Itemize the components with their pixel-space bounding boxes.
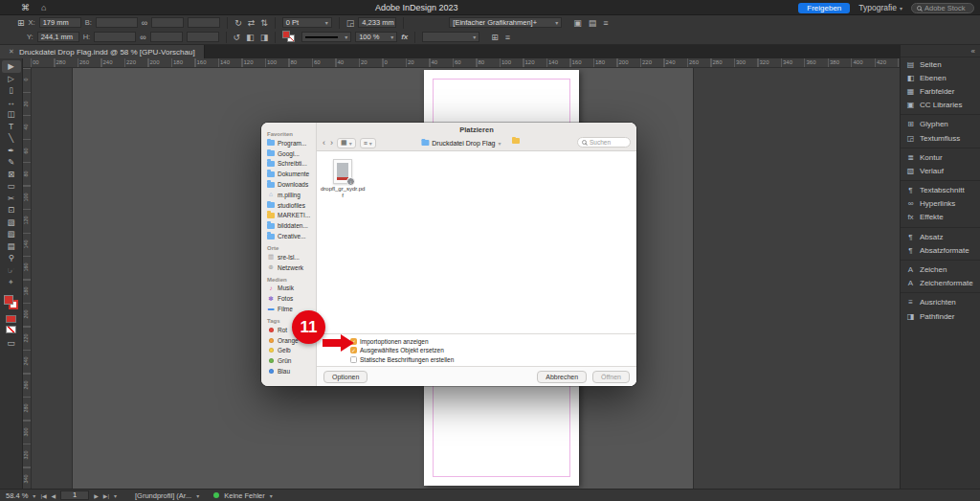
sidebar-item-gr-n[interactable]: Grün xyxy=(267,355,314,366)
fill-color-swatch[interactable] xyxy=(282,31,290,38)
constrain-proportions-icon[interactable]: ∞ xyxy=(140,33,145,42)
checkbox-icon[interactable] xyxy=(350,356,357,363)
sidebar-item-fotos[interactable]: ✽Fotos xyxy=(267,293,314,304)
sidebar-item-program[interactable]: Program... xyxy=(267,138,314,148)
sidebar-item-studiofiles[interactable]: studiofiles xyxy=(267,200,314,211)
next-page-button[interactable]: ▶ xyxy=(94,492,99,499)
type-tool[interactable]: T xyxy=(2,121,21,133)
option-statische-beschriftungen-erstellen[interactable]: Statische Beschriftungen erstellen xyxy=(350,355,631,363)
constrain-proportions-icon[interactable]: ∞ xyxy=(142,18,147,28)
selection-tool[interactable]: ▶ xyxy=(2,60,21,73)
page-number-input[interactable]: 1 xyxy=(60,490,89,500)
preflight-profile[interactable]: [Grundprofil] (Ar... xyxy=(135,491,191,500)
fill-stroke-widget[interactable] xyxy=(3,294,20,311)
preflight-dropdown-icon[interactable]: ▾ xyxy=(196,492,199,499)
control-icon[interactable]: ↺ xyxy=(234,33,241,42)
rotation-input[interactable] xyxy=(188,17,220,28)
panel-tab-textabschnitt[interactable]: ¶ Textabschnitt xyxy=(901,184,980,197)
control-icon[interactable]: ▣ xyxy=(573,18,582,28)
sidebar-item-blau[interactable]: Blau xyxy=(267,366,314,376)
panel-tab-absatzformate[interactable]: ¶ Absatzformate xyxy=(901,243,980,257)
fill-swatch[interactable] xyxy=(4,295,13,305)
zoom-tool[interactable]: ⌖ xyxy=(2,276,21,288)
sidebar-item-netzwerk[interactable]: ⊕Netzwerk xyxy=(267,262,314,273)
sidebar-item-downloads[interactable]: Downloads xyxy=(267,179,314,190)
applied-effect-dropdown[interactable]: ▾ xyxy=(422,32,479,42)
cancel-button[interactable]: Abbrechen xyxy=(537,371,587,383)
free-transform-tool[interactable]: ⊡ xyxy=(2,204,21,216)
note-tool[interactable]: ▤ xyxy=(2,240,21,253)
sidebar-item-gelb[interactable]: Gelb xyxy=(267,346,314,356)
corner-options-icon[interactable]: ◲ xyxy=(346,18,355,28)
panel-tab-hyperlinks[interactable]: ∞ Hyperlinks xyxy=(901,197,980,211)
width-input[interactable] xyxy=(96,17,138,28)
back-button[interactable]: ‹ xyxy=(323,139,325,148)
pen-tool[interactable]: ✒ xyxy=(2,145,21,157)
panel-tab-textumfluss[interactable]: ◲ Textumfluss xyxy=(901,131,980,145)
sidebar-item-googl[interactable]: Googl... xyxy=(267,148,314,159)
previous-page-button[interactable]: ◀ xyxy=(52,492,56,499)
panel-tab-farbfelder[interactable]: ▦ Farbfelder xyxy=(901,84,980,98)
pencil-tool[interactable]: ✎ xyxy=(2,156,21,169)
file-item[interactable]: ↓ dropfl_gr_sydr.pd f xyxy=(321,159,365,198)
content-collector-tool[interactable]: ◫ xyxy=(2,108,21,121)
scale-x-input[interactable] xyxy=(151,17,184,28)
panel-tab-kontur[interactable]: ≣ Kontur xyxy=(901,150,980,164)
sidebar-item-schreibti[interactable]: Schreibti... xyxy=(267,159,314,170)
panel-tab-verlauf[interactable]: ▧ Verlauf xyxy=(901,164,980,177)
rectangle-frame-tool[interactable]: ⊠ xyxy=(2,169,21,181)
panel-tab-zeichen[interactable]: A Zeichen xyxy=(901,262,980,276)
screen-mode-button[interactable]: ▭ xyxy=(7,338,15,348)
scissors-tool[interactable]: ✂ xyxy=(2,193,21,205)
forward-button[interactable]: › xyxy=(330,139,333,148)
page-dropdown-icon[interactable]: ▾ xyxy=(114,492,117,499)
panel-tab-pathfinder[interactable]: ◨ Pathfinder xyxy=(901,309,980,323)
control-icon[interactable]: ≡ xyxy=(603,18,608,28)
x-input[interactable]: 179 mm xyxy=(39,17,81,28)
stroke-weight-dropdown[interactable]: 0 Pt ▾ xyxy=(282,17,332,28)
control-icon[interactable]: ▤ xyxy=(589,18,597,28)
apple-menu-icon[interactable]: ⌘ xyxy=(21,3,30,12)
object-style-dropdown[interactable]: [Einfacher Grafikrahmen]+ ▾ xyxy=(449,17,562,28)
workspace-switcher[interactable]: Typografie ▾ xyxy=(858,3,902,12)
panel-tab-seiten[interactable]: ▤ Seiten xyxy=(901,57,980,71)
file-browser-area[interactable]: ↓ dropfl_gr_sydr.pd f xyxy=(317,151,636,333)
document-tab[interactable]: ✕ Druckdatei Drop Flag.indd @ 58 % [GPU-… xyxy=(0,45,205,58)
rectangle-tool[interactable]: ▭ xyxy=(2,180,21,193)
open-button[interactable]: Öffnen xyxy=(592,371,630,383)
panel-tab-ebenen[interactable]: ◧ Ebenen xyxy=(901,71,980,84)
panel-tab-cc-libraries[interactable]: ▣ CC Libraries xyxy=(901,99,980,112)
zoom-level[interactable]: 58.4 % xyxy=(6,491,28,500)
sidebar-item-bilddaten[interactable]: bilddaten... xyxy=(267,220,314,231)
eyedropper-tool[interactable]: ⚲ xyxy=(2,252,21,264)
view-mode-dropdown[interactable]: ▦ ▾ xyxy=(337,138,356,148)
share-button[interactable]: Freigeben xyxy=(798,3,850,13)
option-ausgew-hltes-objekt-ersetzen[interactable]: ✓ Ausgewähltes Objekt ersetzen xyxy=(350,347,631,354)
fill-stroke-swatches[interactable] xyxy=(282,31,298,43)
horizontal-ruler[interactable]: 0028026024022020018016014012010080604020… xyxy=(23,58,900,68)
scale-y-input[interactable] xyxy=(150,32,183,42)
sidebar-item-dokumente[interactable]: Dokumente xyxy=(267,169,314,179)
sidebar-item-m-pilling[interactable]: ⌂m.pilling xyxy=(267,190,314,200)
sidebar-item-sre-lsl[interactable]: ▥sre-lsl... xyxy=(267,252,314,262)
hand-tool[interactable]: ☞ xyxy=(2,264,21,277)
first-page-button[interactable]: |◀ xyxy=(40,492,46,499)
options-button[interactable]: Optionen xyxy=(323,371,368,383)
apply-none-button[interactable] xyxy=(6,326,16,333)
control-icon[interactable]: ◨ xyxy=(260,33,269,42)
panel-tab-ausrichten[interactable]: ≡ Ausrichten xyxy=(901,296,980,309)
preflight-menu-icon[interactable]: ▾ xyxy=(270,492,273,499)
collapse-panels-icon[interactable]: « xyxy=(971,47,975,56)
reference-point-icon[interactable]: ⊞ xyxy=(17,18,25,28)
sidebar-item-marketi[interactable]: MARKETI... xyxy=(267,211,314,221)
preflight-status[interactable]: Keine Fehler xyxy=(224,491,265,500)
control-icon[interactable]: ≡ xyxy=(505,33,510,42)
direct-selection-tool[interactable]: ▷ xyxy=(2,73,21,85)
sidebar-item-musik[interactable]: ♪Musik xyxy=(267,284,314,294)
control-icon[interactable]: ↻ xyxy=(234,18,242,28)
apply-color-button[interactable] xyxy=(6,315,16,323)
panel-tab-zeichenformate[interactable]: A Zeichenformate xyxy=(901,277,980,290)
shear-input[interactable] xyxy=(187,32,219,42)
folder-dropdown[interactable]: Druckdatei Drop Flag ▾ xyxy=(421,140,501,147)
line-tool[interactable]: ╲ xyxy=(2,132,21,145)
